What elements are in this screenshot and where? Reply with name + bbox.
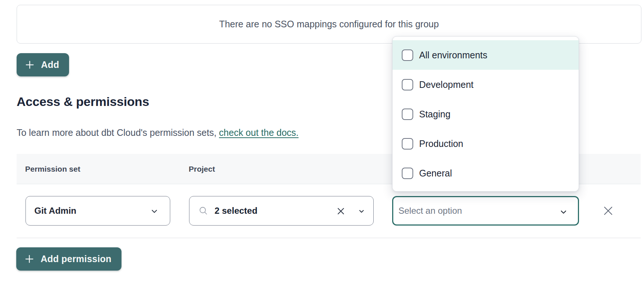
- row-divider: [17, 238, 641, 238]
- option-label: General: [419, 168, 452, 179]
- project-select[interactable]: 2 selected: [189, 196, 374, 226]
- chevron-down-icon: [559, 207, 568, 216]
- checkbox-unchecked-icon[interactable]: [402, 79, 413, 90]
- docs-link[interactable]: check out the docs.: [219, 127, 298, 138]
- x-clear-icon[interactable]: [336, 207, 345, 216]
- remove-row-x-icon[interactable]: [603, 206, 613, 216]
- permission-row: Git Admin 2 selected Select an option: [17, 196, 641, 226]
- checkbox-unchecked-icon[interactable]: [402, 109, 413, 120]
- option-label: Staging: [419, 109, 451, 120]
- add-permission-button[interactable]: Add permission: [16, 247, 121, 271]
- option-production[interactable]: Production: [393, 129, 579, 158]
- environment-select-placeholder: Select an option: [398, 206, 462, 216]
- add-button-label: Add: [41, 59, 59, 70]
- plus-icon: [24, 254, 34, 264]
- plus-icon: [25, 60, 35, 70]
- environment-dropdown-menu: All environments Development Staging Pro…: [392, 36, 579, 192]
- chevron-down-icon[interactable]: [357, 207, 366, 216]
- option-label: Production: [419, 138, 463, 149]
- search-icon: [198, 206, 209, 216]
- permission-set-select[interactable]: Git Admin: [25, 196, 170, 226]
- environment-select[interactable]: Select an option: [392, 196, 579, 226]
- project-select-value: 2 selected: [215, 206, 257, 216]
- page-title: Access & permissions: [17, 95, 149, 109]
- checkbox-unchecked-icon[interactable]: [402, 49, 413, 61]
- group-settings-page: There are no SSO mappings configured for…: [0, 0, 644, 285]
- checkbox-unchecked-icon[interactable]: [402, 168, 413, 179]
- description-text: To learn more about dbt Cloud's permissi…: [17, 127, 219, 138]
- add-permission-label: Add permission: [41, 254, 112, 264]
- permissions-description: To learn more about dbt Cloud's permissi…: [17, 127, 299, 138]
- option-general[interactable]: General: [393, 158, 579, 188]
- permission-set-value: Git Admin: [34, 206, 76, 216]
- option-development[interactable]: Development: [393, 70, 579, 99]
- option-staging[interactable]: Staging: [393, 99, 579, 129]
- option-all-environments[interactable]: All environments: [393, 40, 579, 70]
- option-label: Development: [419, 79, 473, 90]
- option-label: All environments: [419, 50, 487, 61]
- chevron-down-icon: [150, 207, 159, 216]
- column-header-permission-set: Permission set: [25, 154, 80, 184]
- checkbox-unchecked-icon[interactable]: [402, 138, 413, 150]
- add-sso-mapping-button[interactable]: Add: [17, 53, 69, 76]
- sso-empty-message: There are no SSO mappings configured for…: [219, 19, 439, 30]
- column-header-project: Project: [189, 154, 215, 184]
